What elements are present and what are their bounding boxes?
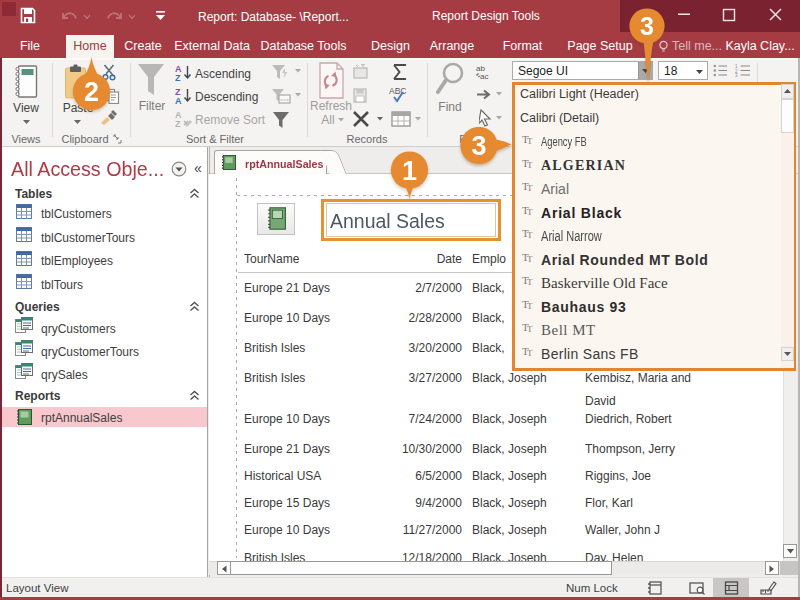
svg-text:ABC: ABC — [389, 86, 406, 96]
svg-text:Z: Z — [175, 119, 181, 128]
svg-text:3: 3 — [640, 12, 654, 40]
svg-text:A: A — [175, 96, 182, 105]
svg-text:ac: ac — [480, 72, 488, 80]
svg-text:1: 1 — [402, 156, 417, 186]
svg-text:3: 3 — [735, 73, 738, 77]
svg-text:Z: Z — [175, 73, 181, 82]
svg-text:3: 3 — [471, 131, 486, 161]
svg-text:2: 2 — [84, 77, 99, 107]
